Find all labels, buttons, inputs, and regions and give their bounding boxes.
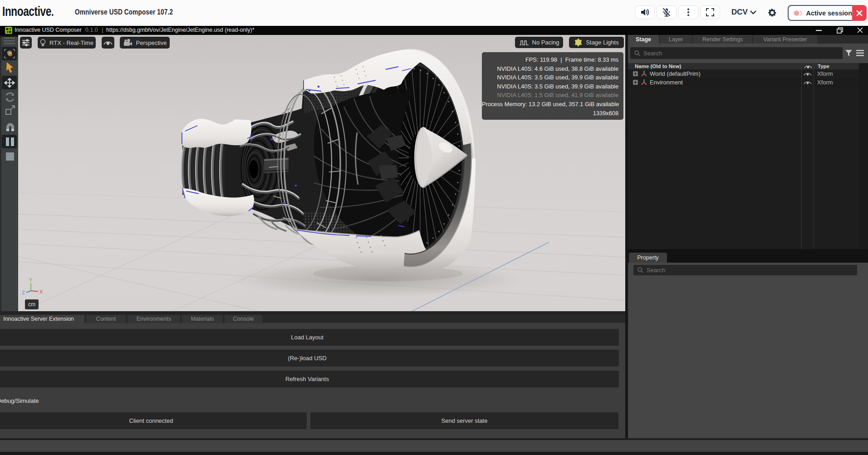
svg-text:Y: Y [29,277,33,283]
svg-text:X: X [39,289,43,294]
svg-text:Z: Z [22,290,25,295]
